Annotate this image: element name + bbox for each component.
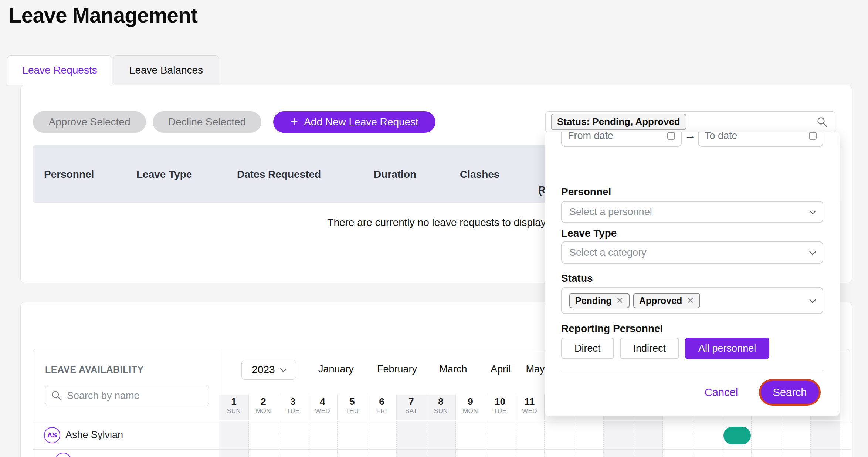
filter-search-bar[interactable]: Status: Pending, Approved [545, 111, 835, 132]
decline-selected-button[interactable]: Decline Selected [153, 111, 261, 133]
active-filter-chip[interactable]: Status: Pending, Approved [551, 114, 686, 130]
grid-cell [604, 450, 633, 457]
grid-cell [722, 450, 752, 457]
search-button[interactable]: Search [761, 381, 819, 404]
availability-search-input[interactable]: Search by name [45, 385, 209, 406]
personnel-select[interactable]: Select a personnel [561, 201, 823, 223]
to-date-input[interactable]: To date [698, 132, 823, 147]
reporting-option-direct[interactable]: Direct [561, 338, 614, 359]
month-label-april[interactable]: April [491, 363, 511, 375]
grid-cell [485, 421, 515, 449]
divider [561, 372, 823, 372]
grid-cell [515, 421, 545, 449]
leave-block[interactable] [723, 427, 751, 444]
day-of-week: WED [308, 407, 337, 415]
reporting-option-all-personnel[interactable]: All personnel [685, 338, 769, 359]
day-header-cell: 6FRI [367, 395, 397, 420]
day-of-week: SUN [219, 407, 248, 415]
grid-cell [249, 450, 278, 457]
grid-cell [752, 450, 781, 457]
day-header-cell: 4WED [308, 395, 338, 420]
tab-leave-requests[interactable]: Leave Requests [7, 55, 112, 85]
to-date-placeholder: To date [705, 132, 738, 142]
day-of-week: MON [456, 407, 485, 415]
grid-cell [663, 421, 692, 449]
add-new-leave-request-button[interactable]: + Add New Leave Request [273, 111, 435, 133]
day-of-week: TUE [485, 407, 515, 415]
day-number: 10 [485, 396, 515, 407]
remove-chip-icon[interactable]: ✕ [616, 295, 624, 306]
day-number: 4 [308, 396, 337, 407]
from-date-placeholder: From date [568, 132, 613, 142]
grid-cell [397, 421, 426, 449]
day-header-cell: 3TUE [278, 395, 308, 420]
table-row [33, 449, 851, 457]
grid-cell [781, 421, 811, 449]
tab-leave-balances[interactable]: Leave Balances [113, 55, 219, 85]
leave-type-select[interactable]: Select a category [561, 241, 823, 264]
grid-cell [278, 450, 308, 457]
day-of-week: SUN [426, 407, 455, 415]
leave-type-label: Leave Type [561, 227, 617, 239]
status-select[interactable]: Pending✕Approved✕ [561, 287, 823, 314]
reporting-personnel-options: DirectIndirectAll personnel [561, 338, 769, 359]
plus-icon: + [290, 115, 298, 128]
status-label: Status [561, 272, 593, 284]
chip-label: Pending [575, 295, 612, 306]
grid-cell [692, 450, 722, 457]
month-label-may[interactable]: May [526, 363, 545, 375]
grid-cell [456, 450, 485, 457]
year-select[interactable]: 2023 [241, 360, 296, 380]
search-icon [51, 390, 62, 401]
day-header-cell: 2MON [249, 395, 278, 420]
day-header-cell: 5THU [338, 395, 367, 420]
chip-label: Approved [639, 295, 682, 306]
availability-left-panel: LEAVE AVAILABILITY Search by name [33, 349, 219, 421]
day-of-week: TUE [278, 407, 308, 415]
grid-cell [604, 421, 633, 449]
day-of-week: SAT [397, 407, 426, 415]
personnel-cell: AS Ashe Sylvian [33, 421, 219, 449]
month-label-february[interactable]: February [377, 363, 417, 375]
calendar-icon [667, 132, 675, 140]
month-label-march[interactable]: March [439, 363, 467, 375]
grid-cell [574, 421, 604, 449]
grid-cell [397, 450, 426, 457]
status-chip-pending[interactable]: Pending✕ [569, 293, 630, 308]
day-number: 9 [456, 396, 485, 407]
grid-cell [663, 450, 692, 457]
day-number: 6 [367, 396, 396, 407]
grid-cell [308, 450, 338, 457]
remove-chip-icon[interactable]: ✕ [686, 295, 694, 306]
grid-cell [692, 421, 722, 449]
grid-cell [249, 421, 278, 449]
approve-selected-button[interactable]: Approve Selected [33, 111, 146, 133]
arrow-right-icon: → [685, 132, 696, 142]
add-button-label: Add New Leave Request [304, 116, 418, 128]
reporting-option-indirect[interactable]: Indirect [620, 338, 679, 359]
chevron-down-icon [809, 207, 816, 214]
table-row: AS Ashe Sylvian [33, 421, 851, 449]
chevron-down-icon [280, 365, 286, 372]
day-number: 11 [515, 396, 544, 407]
reporting-personnel-label: Reporting Personnel [561, 323, 663, 335]
from-date-input[interactable]: From date [561, 132, 682, 147]
grid-cell [426, 450, 456, 457]
leave-type-placeholder: Select a category [569, 247, 647, 258]
avatar: AS [44, 427, 60, 443]
status-chip-approved[interactable]: Approved✕ [633, 293, 700, 308]
personnel-label: Personnel [561, 186, 611, 198]
cancel-button[interactable]: Cancel [705, 386, 738, 399]
availability-title: LEAVE AVAILABILITY [45, 364, 144, 375]
month-label-january[interactable]: January [318, 363, 354, 375]
table-header-column: Leave Type [136, 169, 192, 180]
grid-cell [426, 421, 456, 449]
filter-panel: From date → To date Personnel Select a p… [545, 132, 840, 416]
grid-cell [515, 450, 545, 457]
day-number: 8 [426, 396, 455, 407]
magnifier-icon[interactable] [817, 116, 828, 128]
day-of-week: WED [515, 407, 544, 415]
grid-cell [219, 450, 249, 457]
day-header-cell: 10TUE [485, 395, 515, 420]
table-header-column: Personnel [44, 169, 94, 180]
